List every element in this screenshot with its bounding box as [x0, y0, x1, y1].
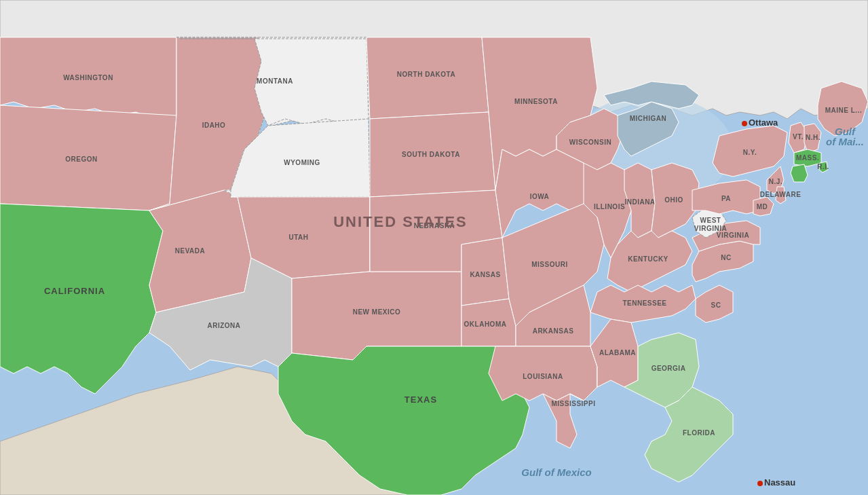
state-massachusetts[interactable] — [794, 149, 821, 166]
nassau-dot — [757, 481, 763, 486]
state-south-dakota[interactable] — [370, 112, 495, 197]
state-connecticut[interactable] — [791, 164, 808, 182]
state-kansas[interactable] — [461, 238, 509, 306]
state-delaware[interactable] — [776, 187, 786, 204]
state-oregon[interactable] — [0, 105, 176, 210]
state-louisiana[interactable] — [489, 346, 597, 401]
state-north-dakota[interactable] — [366, 37, 489, 119]
map-container: WASHINGTON OREGON CALIFORNIA NEVADA IDAH… — [0, 0, 868, 495]
ottawa-dot — [742, 121, 747, 126]
state-oklahoma[interactable] — [461, 299, 516, 346]
